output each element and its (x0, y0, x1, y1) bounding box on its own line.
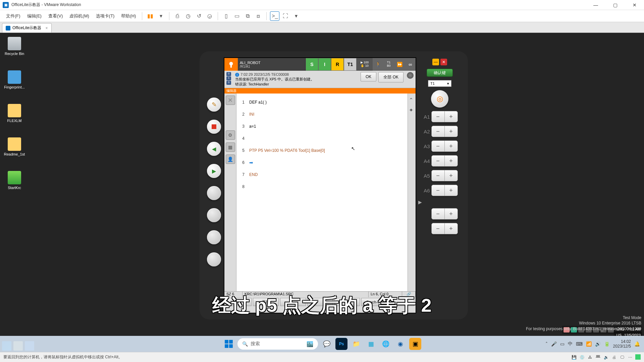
msg-all-ok-button[interactable]: 全部 OK (378, 72, 404, 82)
vm-send-ctrl-alt-del-icon[interactable]: ⎙ (173, 11, 182, 21)
a4-minus-button[interactable]: − (432, 156, 444, 166)
tray-mic-icon[interactable]: 🎤 (551, 341, 557, 347)
desktop-icon-startkrc[interactable]: StartKrc (3, 171, 26, 190)
vm-fullscreen-dropdown[interactable]: ▾ (291, 11, 301, 21)
a1-minus-button[interactable]: − (432, 111, 444, 122)
pad-blank-button-1[interactable] (207, 186, 221, 200)
desktop-icon-readme[interactable]: Readme_1st (3, 137, 26, 156)
desktop-icon-recycle-bin[interactable]: Recycle Bin (3, 37, 26, 56)
mode-s-button[interactable]: S (306, 58, 318, 71)
tray-ime-icon[interactable]: 中 (568, 341, 573, 347)
status-fullscreen-icon[interactable] (635, 354, 641, 360)
tray-battery-icon[interactable]: 🔋 (604, 341, 610, 347)
extra2-plus-button[interactable]: + (445, 223, 458, 234)
status-usb-icon[interactable]: ᚙ (595, 354, 601, 360)
pad-close-button[interactable]: ✕ (440, 59, 447, 65)
tray-wifi-icon[interactable]: 📶 (586, 341, 592, 347)
vm-view-split-icon[interactable]: ▭ (232, 11, 241, 21)
kuka-logo-icon[interactable] (224, 58, 238, 71)
tray-chevron-up-icon[interactable]: ˄ (545, 341, 548, 347)
code-editor[interactable]: 1DEF a1( ) 2INI 3a=1 4 5PTP P5 Vel=100 %… (236, 94, 408, 291)
vm-snapshot-icon[interactable]: ◷ (183, 11, 193, 21)
tray-news-icon[interactable]: ▭ (560, 341, 565, 347)
status-disk-icon[interactable]: 💾 (571, 354, 577, 360)
menu-edit[interactable]: 编辑(E) (24, 12, 44, 20)
taskbar-wechat-icon[interactable]: 💬 (321, 338, 333, 350)
mode-r-button[interactable]: R (331, 58, 344, 71)
globe-icon[interactable] (407, 72, 414, 79)
pad-blank-button-4[interactable] (207, 252, 221, 266)
window-maximize-button[interactable]: ▢ (608, 0, 622, 10)
a4-plus-button[interactable]: + (445, 156, 458, 166)
host-clock[interactable]: 14:02 2023/12/5 (613, 339, 631, 349)
a2-plus-button[interactable]: + (445, 126, 458, 137)
desktop-icon-fingerprint[interactable]: Fingerprint... (3, 70, 26, 89)
a3-minus-button[interactable]: − (432, 141, 444, 152)
gutter-close-button[interactable]: ✕ (226, 96, 235, 105)
pad-minimize-button[interactable]: — (432, 59, 439, 65)
menu-help[interactable]: 帮助(H) (118, 12, 139, 20)
tray-keyboard-icon[interactable]: ⌨ (576, 341, 583, 347)
pad-edit-button[interactable] (207, 98, 221, 112)
vm-tab-officelite[interactable]: OfficeLite示教器 × (2, 23, 52, 33)
speed-indicator[interactable]: ▶ 100 ✋ 10 (357, 58, 373, 71)
extra1-minus-button[interactable]: − (432, 208, 444, 219)
status-display-icon[interactable]: 🖵 (619, 354, 625, 360)
rail-robot-icon[interactable]: ✦ (409, 107, 415, 113)
extra1-plus-button[interactable]: + (445, 208, 458, 219)
joystick-knob[interactable]: ◎ (431, 90, 448, 108)
jog-mode-icon[interactable]: 🚶 (373, 58, 383, 71)
a2-minus-button[interactable]: − (432, 126, 444, 137)
menu-view[interactable]: 查看(V) (46, 12, 65, 20)
vm-snapshot-manager-icon[interactable]: ◶ (205, 11, 214, 21)
a5-minus-button[interactable]: − (432, 170, 444, 181)
window-minimize-button[interactable]: — (589, 0, 602, 10)
menu-file[interactable]: 文件(F) (3, 12, 23, 20)
pad-play-button[interactable] (207, 164, 221, 178)
pad-back-button[interactable] (207, 142, 221, 156)
vm-tab-close-icon[interactable]: × (45, 26, 48, 31)
vm-snapshot-revert-icon[interactable]: ↺ (194, 11, 204, 21)
a3-plus-button[interactable]: + (445, 141, 458, 152)
msg-counter-icons[interactable]: 010 (226, 72, 233, 85)
a1-plus-button[interactable]: + (445, 111, 458, 122)
vm-fullscreen-icon[interactable]: ⛶ (281, 11, 290, 21)
vm-pause-dropdown[interactable]: ▾ (156, 11, 166, 21)
tool-base-indicator[interactable]: T1 B0 (383, 58, 394, 71)
gutter-user-button[interactable]: 👤 (226, 155, 235, 164)
mode-select-dropdown[interactable]: T1▾ (428, 80, 451, 87)
a6-minus-button[interactable]: − (432, 185, 444, 196)
taskbar-vmware-icon[interactable]: ▣ (409, 338, 421, 350)
vm-console-icon[interactable]: >_ (270, 11, 279, 21)
mode-t1-button[interactable]: T1 (344, 58, 357, 71)
taskbar-explorer-icon[interactable]: 📁 (350, 338, 362, 350)
a5-plus-button[interactable]: + (445, 170, 458, 181)
gutter-gear-button[interactable]: ⚙ (226, 130, 235, 140)
taskbar-app-icon[interactable]: ▦ (365, 338, 377, 350)
status-more-icon[interactable]: ⋯ (627, 354, 633, 360)
infinity-icon[interactable]: ∞ (405, 58, 416, 71)
taskbar-chrome-icon[interactable]: 🌐 (380, 338, 392, 350)
extra2-minus-button[interactable]: − (432, 223, 444, 234)
vm-view-tile-icon[interactable]: ⧈ (254, 11, 263, 21)
pad-blank-button-2[interactable] (207, 208, 221, 222)
robot-name-panel[interactable]: ALI_ROBOT /R1/A1 (238, 58, 306, 71)
taskbar-edge-icon[interactable]: ◉ (394, 338, 407, 350)
msg-ok-button[interactable]: OK (361, 72, 376, 81)
incremental-icon[interactable]: ⏩ (394, 58, 405, 71)
host-search-box[interactable]: 🔍 搜索 🏙️ (237, 338, 318, 350)
confirm-key-button[interactable]: 确认键 (427, 69, 453, 77)
taskbar-photoshop-icon[interactable]: Ps (335, 338, 347, 350)
pad-stop-button[interactable] (207, 120, 221, 134)
a6-plus-button[interactable]: + (445, 185, 458, 196)
vm-pause-button[interactable]: ▮▮ (146, 11, 155, 21)
pad-blank-button-3[interactable] (207, 230, 221, 244)
editor-tab[interactable]: 编辑器 (224, 88, 416, 94)
status-sound-icon[interactable]: 🔉 (603, 354, 609, 360)
host-start-button[interactable] (223, 338, 235, 350)
mode-i-button[interactable]: I (318, 58, 331, 71)
tray-notifications-icon[interactable]: 🔔 (634, 341, 640, 347)
menu-vm[interactable]: 虚拟机(M) (67, 12, 92, 20)
window-close-button[interactable]: ✕ (628, 0, 641, 10)
status-cd-icon[interactable]: 💿 (579, 354, 585, 360)
